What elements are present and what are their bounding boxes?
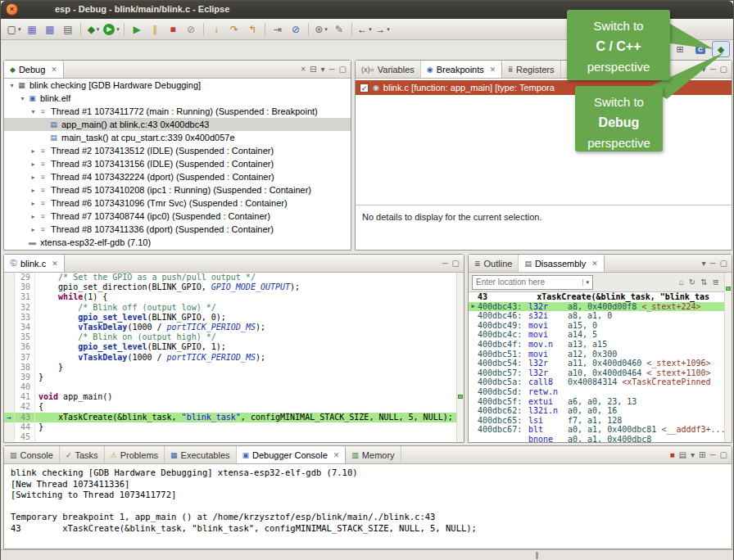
code-line[interactable]: 29 /* Set the GPIO as a push/pull output… — [4, 273, 456, 282]
tab-debugger-console[interactable]: ▣Debugger Console✕ — [237, 446, 347, 463]
editor-gutter[interactable] — [4, 353, 15, 363]
disassembly-line[interactable]: 400dbc49:movia15, 0 — [469, 321, 724, 331]
forward-button[interactable]: →▾ — [374, 21, 391, 38]
code-line[interactable]: 40 — [4, 382, 456, 392]
editor-gutter[interactable] — [4, 392, 15, 402]
code-line[interactable]: 30 gpio_set_direction(BLINK_GPIO, GPIO_M… — [4, 282, 456, 292]
debug-tree-item[interactable]: ▸≡Thread #2 1073413512 (IDLE) (Suspended… — [4, 144, 351, 157]
suspend-button[interactable]: ∥ — [147, 21, 163, 38]
collapsed-arrow-icon[interactable]: ▸ — [29, 147, 38, 155]
editor-gutter[interactable] — [4, 342, 15, 352]
display-console-icon[interactable]: ▾ — [691, 450, 695, 459]
disassembly-line[interactable]: 400dbc46:s32ia8, a1, 0 — [469, 311, 724, 321]
code-line[interactable]: 39} — [4, 373, 456, 382]
minimize-icon[interactable]: ─ — [328, 65, 334, 74]
disassembly-line[interactable]: 400dbc4c:movia14, 5 — [469, 330, 724, 340]
minimize-icon[interactable]: ─ — [442, 259, 447, 268]
dropdown-caret-icon[interactable]: ▾ — [369, 26, 372, 33]
code-line[interactable]: 35 /* Blink on (output high) */ — [4, 332, 456, 342]
open-perspective-button[interactable]: ⊞ — [671, 41, 689, 57]
code-line[interactable]: 44} — [4, 422, 456, 432]
new-button[interactable]: ▢▾ — [6, 21, 22, 38]
editor-gutter[interactable] — [4, 363, 15, 373]
disassembly-current-marker[interactable] — [726, 287, 731, 291]
dropdown-caret-icon[interactable]: ▾ — [387, 26, 390, 33]
dropdown-caret-icon[interactable]: ▾ — [324, 26, 328, 33]
debug-tree-item[interactable]: ▸≡Thread #6 1073431096 (Tmr Svc) (Suspen… — [4, 196, 351, 210]
debug-config-button[interactable]: ◆▾ — [85, 21, 102, 38]
code-line[interactable]: 34 vTaskDelay(1000 / portTICK_PERIOD_MS)… — [4, 323, 456, 332]
close-tab-icon[interactable]: ✕ — [490, 65, 496, 74]
code-line[interactable]: 31 while(1) { — [4, 292, 456, 302]
minimize-icon[interactable]: ─ — [709, 259, 715, 268]
collapsed-arrow-icon[interactable]: ▸ — [29, 187, 38, 194]
skip-breakpoints-button[interactable]: ⊘ — [288, 21, 304, 38]
view-menu-icon[interactable]: ▾ — [701, 65, 705, 74]
editor-gutter[interactable] — [4, 402, 15, 412]
disassembly-line[interactable]: 400dbc65:lsif7, a1, 128 — [469, 416, 724, 426]
instruction-stepping-button[interactable]: ⇥ — [270, 21, 286, 38]
console-output[interactable]: blink checking [GDB Hardware Debugging] … — [4, 464, 732, 549]
close-tab-icon[interactable]: ✕ — [51, 65, 57, 74]
debug-tree-item[interactable]: ▸≡Thread #4 1073432224 (dport) (Suspende… — [4, 170, 351, 183]
show-source-icon[interactable]: ≣ — [713, 278, 719, 287]
maximize-icon[interactable]: ▢ — [452, 259, 460, 268]
disassembly-line[interactable]: bnonea0, a1, 0x400dbc8 — [469, 435, 724, 442]
collapsed-arrow-icon[interactable]: ▸ — [29, 200, 38, 207]
disassembly-line[interactable]: 400dbc5a:call80x40084314 <xTaskCreatePin… — [469, 377, 724, 387]
collapse-all-icon[interactable]: ⊟ — [310, 65, 316, 74]
maximize-icon[interactable]: ▢ — [339, 65, 347, 74]
editor-gutter[interactable] — [4, 273, 15, 282]
code-line[interactable]: 32 /* Blink off (output low) */ — [4, 303, 456, 313]
sync-icon[interactable]: ⇅ — [700, 278, 707, 287]
editor-gutter[interactable] — [4, 303, 15, 313]
back-button[interactable]: ←▾ — [356, 21, 373, 38]
step-over-button[interactable]: ↷ — [226, 21, 242, 38]
location-combo[interactable]: Enter location here ▾ — [472, 275, 593, 290]
maximize-icon[interactable]: ▢ — [720, 259, 727, 268]
debug-tree-item[interactable]: ▸≡Thread #8 1073411336 (dport) (Suspende… — [4, 223, 351, 236]
tab-blink-c[interactable]: ⓒblink.c✕ — [4, 255, 65, 272]
code-line[interactable]: 45 — [4, 432, 456, 442]
save-all-button[interactable]: ▩ — [42, 21, 58, 38]
disassembly-line[interactable]: 400dbc51:movia12, 0x300 — [469, 350, 724, 359]
view-menu-icon[interactable]: ▾ — [320, 65, 324, 74]
code-line[interactable]: 38 } — [4, 363, 456, 373]
tab-outline[interactable]: ≣Outline — [469, 255, 519, 272]
debug-tree-item[interactable]: ▾▣blink.elf — [4, 92, 351, 105]
tab-console[interactable]: ▥Console — [4, 446, 60, 463]
breakpoint-row[interactable]: ✓ ◉ blink.c [function: app_main] [type: … — [356, 80, 732, 95]
debug-tree-item[interactable]: ▸≡Thread #5 1073410208 (ipc1 : Running) … — [4, 183, 351, 196]
remove-terminated-icon[interactable]: × — [301, 65, 306, 74]
overview-ruler[interactable] — [456, 273, 464, 442]
collapsed-arrow-icon[interactable]: ▸ — [29, 160, 38, 168]
editor-gutter[interactable] — [4, 292, 15, 302]
minimize-icon[interactable]: ─ — [709, 65, 715, 74]
step-return-button[interactable]: ↰ — [244, 21, 261, 38]
debug-tree-item[interactable]: ▬xtensa-esp32-elf-gdb (7.10) — [4, 236, 351, 249]
editor-gutter[interactable] — [4, 422, 15, 432]
debug-tree-item[interactable]: ▸≡Thread #7 1073408744 (ipc0) (Suspended… — [4, 210, 351, 223]
refresh-icon[interactable]: ↻ — [689, 278, 695, 287]
tab-debug[interactable]: ◆Debug✕ — [4, 61, 64, 78]
code-line[interactable]: 41void app_main() — [4, 392, 456, 402]
editor-gutter[interactable] — [4, 313, 15, 323]
open-console-icon[interactable]: ⊞ — [699, 450, 705, 459]
collapsed-arrow-icon[interactable]: ▸ — [29, 174, 38, 181]
tab-variables[interactable]: (x)=Variables — [356, 61, 421, 78]
code-line[interactable]: 42{ — [4, 402, 456, 412]
maximize-icon[interactable]: ▢ — [720, 65, 727, 74]
combo-dropdown-icon[interactable]: ▾ — [582, 279, 589, 286]
debug-tree-item[interactable]: ▤app_main() at blink.c:43 0x400dbc43 — [4, 118, 351, 131]
expanded-arrow-icon[interactable]: ▾ — [18, 95, 27, 102]
disassembly-line[interactable]: ▶400dbc43:l32ra8, 0x400d00f8 <_stext+224… — [469, 302, 724, 312]
disassembly-line[interactable]: 400dbc54:l32ra11, 0x400d0460 <_stext+109… — [469, 359, 724, 368]
disassembly-line[interactable]: 400dbc5f:extuia6, a0, 23, 13 — [469, 397, 724, 407]
code-line[interactable]: 37 vTaskDelay(1000 / portTICK_PERIOD_MS)… — [4, 353, 456, 363]
resize-grip[interactable] — [536, 552, 538, 559]
close-tab-icon[interactable]: ✕ — [333, 451, 340, 459]
expanded-arrow-icon[interactable]: ▾ — [7, 82, 16, 89]
editor-gutter[interactable] — [4, 432, 15, 442]
collapsed-arrow-icon[interactable]: ▸ — [29, 226, 38, 233]
save-button[interactable]: ▦ — [24, 21, 40, 38]
